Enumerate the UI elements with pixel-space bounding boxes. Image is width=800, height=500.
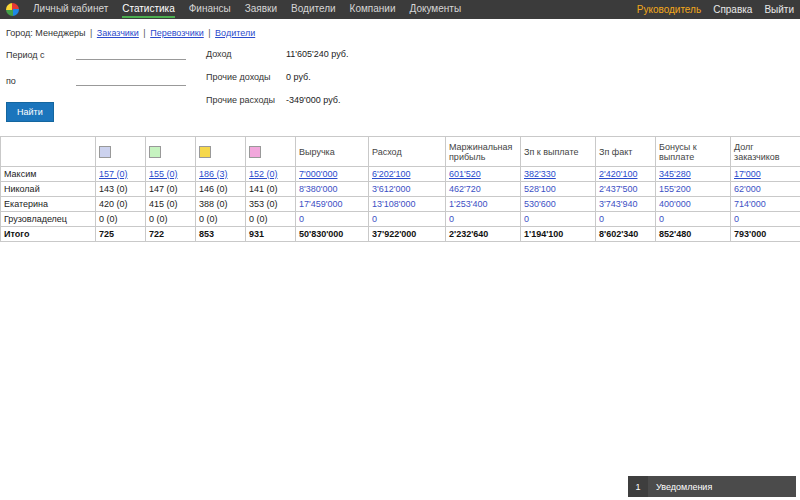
column-header: Выручка <box>296 137 369 167</box>
column-header: Зп к выплате <box>521 137 596 167</box>
user-role-link[interactable]: Руководитель <box>637 4 701 15</box>
nav-right-item[interactable]: Выйти <box>764 4 794 15</box>
row-name-cell: Максим <box>1 167 96 182</box>
row-name-cell: Екатерина <box>1 197 96 212</box>
header-swatch-column <box>196 137 246 167</box>
table-cell[interactable]: 601'520 <box>446 167 521 182</box>
table-header-row: ВыручкаРасходМаржинальная прибыльЗп к вы… <box>1 137 800 167</box>
table-cell: 714'000 <box>731 197 800 212</box>
table-cell: 62'000 <box>731 182 800 197</box>
table-cell: 2'232'640 <box>446 227 521 242</box>
table-cell: 0 <box>521 212 596 227</box>
summary-label: Прочие расходы <box>206 95 286 105</box>
table-cell[interactable]: 382'330 <box>521 167 596 182</box>
table-cell: 0 (0) <box>196 212 246 227</box>
table-cell[interactable]: 2'420'100 <box>596 167 656 182</box>
table-cell: 141 (0) <box>246 182 296 197</box>
table-cell: 8'380'000 <box>296 182 369 197</box>
filter-zone: Период с по Найти Доход11'605'240 руб.Пр… <box>0 42 800 122</box>
subnav-links: | Заказчики | Перевозчики | Водители <box>88 28 255 38</box>
table-cell[interactable]: 6'202'100 <box>369 167 446 182</box>
breadcrumb: Город: Менеджеры | Заказчики | Перевозчи… <box>0 19 800 42</box>
table-cell[interactable]: 157 (0) <box>96 167 146 182</box>
table-cell: 420 (0) <box>96 197 146 212</box>
nav-item[interactable]: Компании <box>350 1 396 18</box>
table-cell: 37'922'000 <box>369 227 446 242</box>
table-cell: 13'108'000 <box>369 197 446 212</box>
table-cell: 0 <box>296 212 369 227</box>
table-cell: 0 (0) <box>146 212 196 227</box>
table-cell[interactable]: 155 (0) <box>146 167 196 182</box>
table-cell: 0 <box>446 212 521 227</box>
table-cell: 143 (0) <box>96 182 146 197</box>
table-cell: 1'253'400 <box>446 197 521 212</box>
subnav-link[interactable]: Перевозчики <box>150 28 204 38</box>
table-cell: 0 (0) <box>246 212 296 227</box>
color-swatch-icon <box>149 146 161 158</box>
notification-label: Уведомления <box>656 482 712 492</box>
nav-right-container: РуководительСправкаВыйти <box>637 4 794 15</box>
nav-right-item[interactable]: Справка <box>713 4 752 15</box>
table-cell: 0 <box>369 212 446 227</box>
summary-row: Доход11'605'240 руб. <box>206 49 348 59</box>
table-cell: 415 (0) <box>146 197 196 212</box>
color-swatch-icon <box>199 146 211 158</box>
table-cell: 462'720 <box>446 182 521 197</box>
nav-item[interactable]: Документы <box>410 1 462 18</box>
table-cell: 852'480 <box>656 227 731 242</box>
nav-item[interactable]: Водители <box>291 1 336 18</box>
table-cell: 147 (0) <box>146 182 196 197</box>
period-to-input[interactable] <box>76 74 186 86</box>
table-cell[interactable]: 7'000'000 <box>296 167 369 182</box>
table-cell: 725 <box>96 227 146 242</box>
nav-item[interactable]: Финансы <box>189 1 231 18</box>
column-header: Зп факт <box>596 137 656 167</box>
table-cell[interactable]: 152 (0) <box>246 167 296 182</box>
summary-value: -349'000 руб. <box>286 95 340 105</box>
nav-item[interactable]: Личный кабинет <box>33 1 108 18</box>
nav-items-container: Личный кабинетСтатистикаФинансыЗаявкиВод… <box>33 1 461 18</box>
table-total-row: Итого72572285393150'830'00037'922'0002'2… <box>1 227 800 242</box>
search-button[interactable]: Найти <box>6 102 54 122</box>
notifications-bar[interactable]: 1 Уведомления <box>628 476 796 497</box>
table-cell: 528'100 <box>521 182 596 197</box>
header-swatch-column <box>96 137 146 167</box>
table-cell: 0 <box>596 212 656 227</box>
row-name-cell: Николай <box>1 182 96 197</box>
nav-item[interactable]: Заявки <box>245 1 277 18</box>
table-row: Екатерина420 (0)415 (0)388 (0)353 (0)17'… <box>1 197 800 212</box>
table-row: Максим157 (0)155 (0)186 (3)152 (0)7'000'… <box>1 167 800 182</box>
period-from-input[interactable] <box>76 48 186 60</box>
summary-label: Прочие доходы <box>206 72 286 82</box>
header-swatch-column <box>146 137 196 167</box>
statistics-table: ВыручкаРасходМаржинальная прибыльЗп к вы… <box>0 136 800 242</box>
subnav-link[interactable]: Водители <box>215 28 255 38</box>
subnav-prefix: Город: Менеджеры <box>6 28 85 38</box>
subnav-link[interactable]: Заказчики <box>97 28 139 38</box>
table-cell: 8'602'340 <box>596 227 656 242</box>
table-cell: 0 <box>656 212 731 227</box>
separator: | <box>206 28 213 38</box>
separator: | <box>141 28 148 38</box>
table-cell: 155'200 <box>656 182 731 197</box>
summary-value: 0 руб. <box>286 72 311 82</box>
column-header: Долг заказчиков <box>731 137 800 167</box>
table-cell[interactable]: 17'000 <box>731 167 800 182</box>
table-cell: 722 <box>146 227 196 242</box>
table-cell: 3'612'000 <box>369 182 446 197</box>
table-cell: 1'194'100 <box>521 227 596 242</box>
table-row: Николай143 (0)147 (0)146 (0)141 (0)8'380… <box>1 182 800 197</box>
table-cell: 353 (0) <box>246 197 296 212</box>
period-from-label: Период с <box>6 50 76 60</box>
color-swatch-icon <box>249 146 261 158</box>
table-cell: 388 (0) <box>196 197 246 212</box>
separator: | <box>90 28 95 38</box>
summary-value: 11'605'240 руб. <box>286 49 348 59</box>
table-cell[interactable]: 345'280 <box>656 167 731 182</box>
header-name-column <box>1 137 96 167</box>
summary-row: Прочие расходы-349'000 руб. <box>206 95 348 105</box>
table-cell[interactable]: 186 (3) <box>196 167 246 182</box>
table-cell: 0 <box>731 212 800 227</box>
nav-item[interactable]: Статистика <box>122 1 175 18</box>
app-logo-icon <box>6 3 19 16</box>
